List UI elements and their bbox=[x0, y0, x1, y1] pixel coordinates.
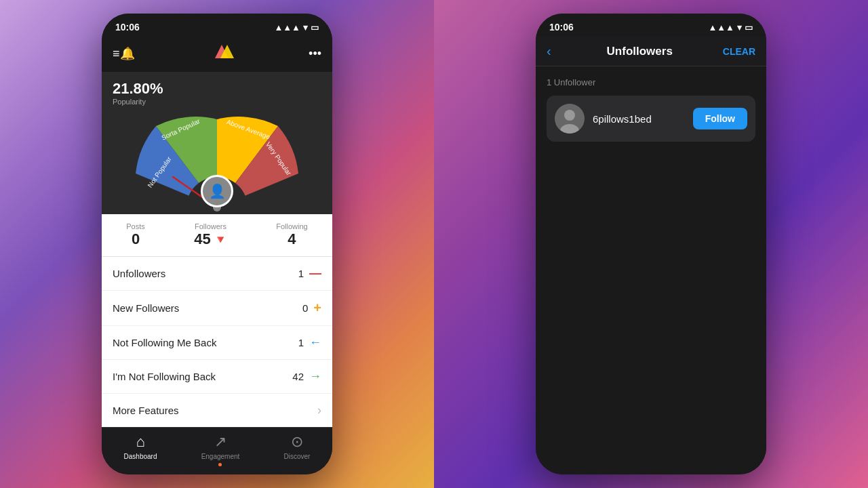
followers-down-icon: 🔻 bbox=[214, 233, 227, 246]
following-value: 4 bbox=[276, 230, 307, 248]
arrow-right-icon: → bbox=[309, 369, 321, 384]
user-avatar-gauge: 👤 bbox=[201, 175, 233, 207]
time-right: 10:06 bbox=[549, 22, 574, 33]
unfollowers-content: 1 Unfollower 6pillows1bed Follow bbox=[536, 66, 766, 474]
nav-item-discover[interactable]: ⊙ Discover bbox=[270, 433, 323, 466]
battery-icon-right: ▭ bbox=[745, 22, 753, 33]
chevron-right-icon: › bbox=[317, 403, 321, 418]
nav-dot-engagement bbox=[218, 463, 222, 466]
popularity-text: 21.80% Popularity bbox=[113, 80, 321, 106]
followers-value: 45 🔻 bbox=[194, 230, 226, 248]
unfollower-count: 1 Unfollower bbox=[547, 77, 755, 87]
unfollower-avatar bbox=[555, 104, 585, 134]
metric-name-unfollowers: Unfollowers bbox=[113, 268, 165, 279]
followers-label: Followers bbox=[194, 222, 226, 230]
unfollowers-header: ‹ Unfollowers CLEAR bbox=[536, 37, 766, 66]
app-header: ≡🔔 ••• bbox=[102, 37, 332, 72]
engagement-label: Engagement bbox=[201, 453, 240, 460]
signal-icon-left: ▲▲▲ bbox=[274, 22, 300, 33]
dashboard-icon: ⌂ bbox=[136, 433, 144, 451]
metric-not-following-back[interactable]: I'm Not Following Back 42 → bbox=[102, 360, 332, 394]
wifi-icon-right: ▾ bbox=[737, 22, 742, 33]
metric-value-unfollowers: 1 bbox=[298, 268, 304, 279]
status-icons-right: ▲▲▲ ▾ ▭ bbox=[708, 22, 753, 33]
metric-name-not-following-me: Not Following Me Back bbox=[113, 337, 216, 348]
signal-icon-right: ▲▲▲ bbox=[708, 22, 734, 33]
discover-label: Discover bbox=[283, 453, 310, 460]
stats-row: Posts 0 Followers 45 🔻 Following 4 bbox=[102, 214, 332, 257]
plus-icon: + bbox=[313, 300, 321, 316]
discover-icon: ⊙ bbox=[291, 433, 303, 451]
metric-unfollowers[interactable]: Unfollowers 1 — bbox=[102, 257, 332, 291]
posts-label: Posts bbox=[126, 222, 145, 230]
back-button[interactable]: ‹ bbox=[547, 43, 551, 59]
follow-button[interactable]: Follow bbox=[693, 108, 747, 129]
wifi-icon-left: ▾ bbox=[303, 22, 308, 33]
gauge-container: Not Popular Sorta Popular Above Average … bbox=[113, 106, 321, 214]
notification-icon[interactable]: ≡🔔 bbox=[113, 46, 135, 61]
stat-following: Following 4 bbox=[276, 222, 307, 248]
right-phone: 10:06 ▲▲▲ ▾ ▭ ‹ Unfollowers CLEAR 1 Unfo… bbox=[536, 14, 766, 474]
stat-followers: Followers 45 🔻 bbox=[194, 222, 226, 248]
left-phone: 10:06 ▲▲▲ ▾ ▭ ≡🔔 ••• 21.80% Popularity bbox=[102, 14, 332, 474]
unfollower-username: 6pillows1bed bbox=[593, 113, 685, 125]
metric-name-new-followers: New Followers bbox=[113, 302, 179, 314]
metric-right-unfollowers: 1 — bbox=[298, 266, 321, 281]
metric-right-new-followers: 0 + bbox=[302, 300, 321, 316]
right-panel: 10:06 ▲▲▲ ▾ ▭ ‹ Unfollowers CLEAR 1 Unfo… bbox=[434, 0, 868, 488]
metric-right-not-following-back: 42 → bbox=[292, 369, 321, 384]
unfollower-item: 6pillows1bed Follow bbox=[547, 96, 755, 142]
popularity-label: Popularity bbox=[113, 98, 321, 106]
app-logo bbox=[208, 42, 235, 65]
metric-new-followers[interactable]: New Followers 0 + bbox=[102, 291, 332, 326]
unfollowers-title: Unfollowers bbox=[557, 45, 723, 58]
minus-icon: — bbox=[309, 266, 321, 281]
time-left: 10:06 bbox=[115, 22, 140, 33]
following-label: Following bbox=[276, 222, 307, 230]
metric-value-not-following-back: 42 bbox=[292, 371, 304, 382]
metrics-list: Unfollowers 1 — New Followers 0 + Not Fo… bbox=[102, 257, 332, 427]
popularity-percent: 21.80% bbox=[113, 80, 321, 98]
metric-not-following-me[interactable]: Not Following Me Back 1 ← bbox=[102, 326, 332, 360]
engagement-icon: ↗ bbox=[214, 433, 226, 451]
dashboard-label: Dashboard bbox=[124, 453, 157, 460]
svg-point-10 bbox=[564, 110, 575, 121]
metric-name-more-features: More Features bbox=[113, 405, 179, 416]
status-bar-right: 10:06 ▲▲▲ ▾ ▭ bbox=[536, 14, 766, 37]
metric-right-more-features: › bbox=[317, 403, 321, 418]
posts-value: 0 bbox=[126, 230, 145, 248]
battery-icon-left: ▭ bbox=[311, 22, 319, 33]
status-icons-left: ▲▲▲ ▾ ▭ bbox=[274, 22, 319, 33]
menu-icon[interactable]: ••• bbox=[309, 47, 321, 61]
nav-item-dashboard[interactable]: ⌂ Dashboard bbox=[111, 433, 171, 466]
bottom-nav: ⌂ Dashboard ↗ Engagement ⊙ Discover bbox=[102, 427, 332, 474]
metric-value-not-following-me: 1 bbox=[298, 337, 304, 348]
metric-right-not-following-me: 1 ← bbox=[298, 336, 321, 350]
clear-button[interactable]: CLEAR bbox=[723, 46, 755, 57]
nav-item-engagement[interactable]: ↗ Engagement bbox=[188, 433, 254, 466]
status-bar-left: 10:06 ▲▲▲ ▾ ▭ bbox=[102, 14, 332, 37]
left-panel: 10:06 ▲▲▲ ▾ ▭ ≡🔔 ••• 21.80% Popularity bbox=[0, 0, 434, 488]
gauge-section: 21.80% Popularity Not Popul bbox=[102, 72, 332, 214]
metric-value-new-followers: 0 bbox=[302, 302, 308, 314]
stat-posts: Posts 0 bbox=[126, 222, 145, 248]
metric-more-features[interactable]: More Features › bbox=[102, 394, 332, 427]
metric-name-not-following-back: I'm Not Following Back bbox=[113, 371, 216, 382]
arrow-left-icon: ← bbox=[309, 336, 321, 350]
